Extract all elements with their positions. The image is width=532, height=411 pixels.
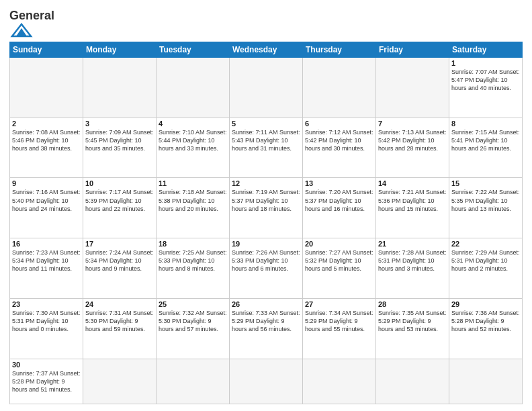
day-info: Sunrise: 7:19 AM Sunset: 5:37 PM Dayligh…: [232, 188, 300, 212]
calendar-cell: 27Sunrise: 7:34 AM Sunset: 5:29 PM Dayli…: [303, 298, 376, 359]
day-number: 1: [451, 59, 520, 67]
calendar-week-row: 1Sunrise: 7:07 AM Sunset: 5:47 PM Daylig…: [10, 58, 523, 118]
day-info: Sunrise: 7:24 AM Sunset: 5:34 PM Dayligh…: [85, 248, 154, 273]
day-info: Sunrise: 7:13 AM Sunset: 5:42 PM Dayligh…: [378, 128, 447, 152]
day-number: 28: [378, 300, 447, 308]
day-info: Sunrise: 7:21 AM Sunset: 5:36 PM Dayligh…: [378, 188, 447, 212]
day-number: 18: [159, 240, 227, 248]
day-info: Sunrise: 7:27 AM Sunset: 5:32 PM Dayligh…: [305, 248, 373, 273]
day-info: Sunrise: 7:33 AM Sunset: 5:29 PM Dayligh…: [232, 309, 300, 333]
calendar-cell: 28Sunrise: 7:35 AM Sunset: 5:29 PM Dayli…: [376, 298, 449, 359]
day-number: 2: [12, 120, 81, 128]
day-number: 11: [159, 179, 227, 187]
calendar-header-row: SundayMondayTuesdayWednesdayThursdayFrid…: [10, 42, 523, 58]
day-number: 9: [12, 179, 81, 187]
calendar-week-row: 16Sunrise: 7:23 AM Sunset: 5:34 PM Dayli…: [10, 238, 523, 299]
day-number: 8: [451, 120, 520, 128]
logo-icon: [9, 23, 34, 38]
day-number: 22: [451, 240, 520, 248]
day-info: Sunrise: 7:22 AM Sunset: 5:35 PM Dayligh…: [451, 188, 520, 212]
calendar-cell: 5Sunrise: 7:11 AM Sunset: 5:43 PM Daylig…: [230, 118, 303, 178]
calendar-header-wednesday: Wednesday: [230, 42, 303, 58]
calendar-cell: [376, 58, 449, 118]
calendar-week-row: 23Sunrise: 7:30 AM Sunset: 5:31 PM Dayli…: [10, 298, 523, 359]
calendar-cell: [230, 58, 303, 118]
day-info: Sunrise: 7:10 AM Sunset: 5:44 PM Dayligh…: [159, 128, 227, 152]
calendar-cell: 18Sunrise: 7:25 AM Sunset: 5:33 PM Dayli…: [157, 238, 230, 299]
calendar-week-row: 2Sunrise: 7:08 AM Sunset: 5:46 PM Daylig…: [10, 118, 523, 178]
calendar-header-tuesday: Tuesday: [157, 42, 230, 58]
calendar-cell: [303, 359, 376, 404]
day-info: Sunrise: 7:28 AM Sunset: 5:31 PM Dayligh…: [378, 248, 447, 273]
day-info: Sunrise: 7:20 AM Sunset: 5:37 PM Dayligh…: [305, 188, 373, 212]
day-number: 12: [232, 179, 300, 187]
calendar-cell: [376, 359, 449, 404]
calendar-cell: 24Sunrise: 7:31 AM Sunset: 5:30 PM Dayli…: [83, 298, 157, 359]
calendar-cell: 13Sunrise: 7:20 AM Sunset: 5:37 PM Dayli…: [303, 178, 376, 238]
day-info: Sunrise: 7:26 AM Sunset: 5:33 PM Dayligh…: [232, 248, 300, 273]
calendar-week-row: 9Sunrise: 7:16 AM Sunset: 5:40 PM Daylig…: [10, 178, 523, 238]
calendar-cell: 3Sunrise: 7:09 AM Sunset: 5:45 PM Daylig…: [83, 118, 157, 178]
logo-text: General: [9, 9, 54, 21]
calendar-cell: 26Sunrise: 7:33 AM Sunset: 5:29 PM Dayli…: [230, 298, 303, 359]
calendar-cell: [157, 359, 230, 404]
day-number: 25: [159, 300, 227, 308]
calendar-cell: 17Sunrise: 7:24 AM Sunset: 5:34 PM Dayli…: [83, 238, 157, 299]
calendar-cell: 30Sunrise: 7:37 AM Sunset: 5:28 PM Dayli…: [10, 359, 83, 404]
header: General: [9, 7, 523, 38]
calendar-cell: 29Sunrise: 7:36 AM Sunset: 5:28 PM Dayli…: [449, 298, 523, 359]
calendar-header-sunday: Sunday: [10, 42, 83, 58]
logo: General: [9, 9, 54, 38]
calendar-header-friday: Friday: [376, 42, 449, 58]
day-number: 14: [378, 179, 447, 187]
calendar-cell: 1Sunrise: 7:07 AM Sunset: 5:47 PM Daylig…: [449, 58, 523, 118]
calendar-table: SundayMondayTuesdayWednesdayThursdayFrid…: [9, 42, 523, 404]
day-info: Sunrise: 7:30 AM Sunset: 5:31 PM Dayligh…: [12, 309, 81, 333]
calendar-cell: [157, 58, 230, 118]
day-number: 24: [85, 300, 154, 308]
calendar-cell: 14Sunrise: 7:21 AM Sunset: 5:36 PM Dayli…: [376, 178, 449, 238]
calendar-cell: 16Sunrise: 7:23 AM Sunset: 5:34 PM Dayli…: [10, 238, 83, 299]
day-info: Sunrise: 7:35 AM Sunset: 5:29 PM Dayligh…: [378, 309, 447, 333]
day-number: 17: [85, 240, 154, 248]
day-info: Sunrise: 7:31 AM Sunset: 5:30 PM Dayligh…: [85, 309, 154, 333]
day-number: 27: [305, 300, 373, 308]
day-info: Sunrise: 7:23 AM Sunset: 5:34 PM Dayligh…: [12, 248, 81, 273]
day-number: 10: [85, 179, 154, 187]
calendar-cell: [83, 58, 157, 118]
day-info: Sunrise: 7:29 AM Sunset: 5:31 PM Dayligh…: [451, 248, 520, 273]
calendar-cell: 20Sunrise: 7:27 AM Sunset: 5:32 PM Dayli…: [303, 238, 376, 299]
day-info: Sunrise: 7:37 AM Sunset: 5:28 PM Dayligh…: [12, 369, 81, 394]
calendar-cell: 8Sunrise: 7:15 AM Sunset: 5:41 PM Daylig…: [449, 118, 523, 178]
calendar-cell: 21Sunrise: 7:28 AM Sunset: 5:31 PM Dayli…: [376, 238, 449, 299]
day-number: 13: [305, 179, 373, 187]
calendar-header-saturday: Saturday: [449, 42, 523, 58]
calendar-cell: [303, 58, 376, 118]
day-info: Sunrise: 7:15 AM Sunset: 5:41 PM Dayligh…: [451, 128, 520, 152]
day-number: 21: [378, 240, 447, 248]
calendar-cell: 9Sunrise: 7:16 AM Sunset: 5:40 PM Daylig…: [10, 178, 83, 238]
day-info: Sunrise: 7:11 AM Sunset: 5:43 PM Dayligh…: [232, 128, 300, 152]
calendar-cell: 25Sunrise: 7:32 AM Sunset: 5:30 PM Dayli…: [157, 298, 230, 359]
day-number: 16: [12, 240, 81, 248]
day-number: 26: [232, 300, 300, 308]
day-info: Sunrise: 7:36 AM Sunset: 5:28 PM Dayligh…: [451, 309, 520, 333]
calendar-cell: 10Sunrise: 7:17 AM Sunset: 5:39 PM Dayli…: [83, 178, 157, 238]
calendar-cell: 11Sunrise: 7:18 AM Sunset: 5:38 PM Dayli…: [157, 178, 230, 238]
day-info: Sunrise: 7:09 AM Sunset: 5:45 PM Dayligh…: [85, 128, 154, 152]
day-number: 4: [159, 120, 227, 128]
day-number: 29: [451, 300, 520, 308]
calendar-header-thursday: Thursday: [303, 42, 376, 58]
day-number: 19: [232, 240, 300, 248]
calendar-cell: [230, 359, 303, 404]
calendar-cell: 23Sunrise: 7:30 AM Sunset: 5:31 PM Dayli…: [10, 298, 83, 359]
day-info: Sunrise: 7:25 AM Sunset: 5:33 PM Dayligh…: [159, 248, 227, 273]
calendar-cell: [10, 58, 83, 118]
page: General SundayMondayTuesdayWednesdayThur…: [0, 0, 532, 411]
day-number: 5: [232, 120, 300, 128]
day-info: Sunrise: 7:16 AM Sunset: 5:40 PM Dayligh…: [12, 188, 81, 212]
day-info: Sunrise: 7:34 AM Sunset: 5:29 PM Dayligh…: [305, 309, 373, 333]
calendar-header-monday: Monday: [83, 42, 157, 58]
calendar-cell: 22Sunrise: 7:29 AM Sunset: 5:31 PM Dayli…: [449, 238, 523, 299]
day-number: 6: [305, 120, 373, 128]
